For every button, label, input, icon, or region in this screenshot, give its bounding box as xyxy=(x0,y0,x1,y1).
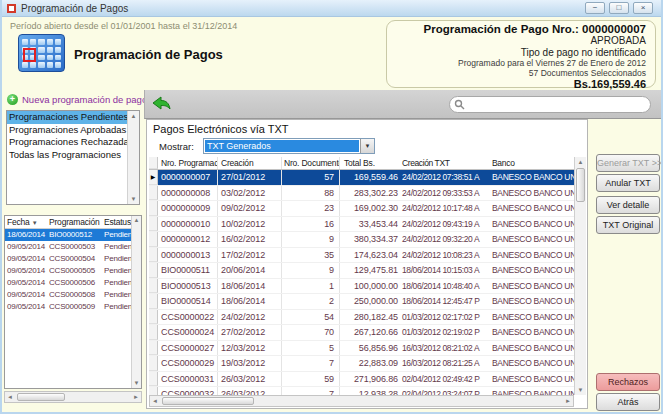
cell-nro-documentos: 5 xyxy=(282,341,340,356)
cell: Pendiente xyxy=(104,301,131,313)
scrollbar-thumb[interactable] xyxy=(576,168,585,202)
scrollbar-thumb[interactable] xyxy=(17,393,65,401)
row-selector xyxy=(149,356,158,371)
red-highlight-cell xyxy=(23,48,36,62)
sidebar-table-row[interactable]: 09/05/2014CCS0000509Pendiente xyxy=(5,301,131,313)
cell: Pendiente xyxy=(104,289,131,301)
sidebar-table-row[interactable]: 09/05/2014CCS0000506Pendiente xyxy=(5,277,131,289)
grid-hscrollbar[interactable]: ◄ ► xyxy=(149,395,574,407)
sidebar-filter-item[interactable]: Programaciones Pendientes xyxy=(7,111,127,124)
grid-header: Nro. Programación Creación Nro. Document… xyxy=(149,157,574,170)
table-row[interactable]: 000000001010/02/20121633,453.4424/02/201… xyxy=(149,217,574,233)
table-row[interactable]: BIO000051120/06/20149129,475.8118/06/201… xyxy=(149,263,574,279)
search-icon xyxy=(454,99,465,110)
table-row[interactable]: CCS000002224/02/201254280,182.4501/03/20… xyxy=(149,310,574,326)
column-fecha[interactable]: Fecha▼ xyxy=(5,216,49,228)
atras-button[interactable]: Atrás xyxy=(596,393,660,411)
column-banco[interactable]: Banco xyxy=(492,157,574,169)
scroll-up-icon[interactable]: ▲ xyxy=(128,111,139,121)
row-selector xyxy=(149,372,158,387)
cell-total-bs: 169,559.46 xyxy=(340,170,400,185)
mostrar-dropdown[interactable]: TXT Generados ▼ xyxy=(203,138,375,154)
table-row[interactable]: CCS000002712/03/2012556,856.9616/03/2012… xyxy=(149,341,574,357)
cell-nro-programacion: CCS0000027 xyxy=(158,341,218,356)
cell-creacion: 18/06/2014 xyxy=(218,294,282,309)
sidebar-filter-item[interactable]: Programaciones Rechazadas xyxy=(7,136,127,149)
cell-nro-documentos: 16 xyxy=(282,217,340,232)
cell-nro-documentos: 70 xyxy=(282,325,340,340)
generar-txt-button[interactable]: Generar TXT >> xyxy=(596,154,660,172)
cell: 09/05/2014 xyxy=(5,265,49,277)
row-selector xyxy=(149,217,158,232)
cell-total-bs: 169,002.30 xyxy=(340,201,400,216)
sidebar-table-vscrollbar[interactable]: ▲ ▼ xyxy=(131,216,141,388)
sidebar-table-row[interactable]: 09/05/2014CCS0000503Pendiente xyxy=(5,241,131,253)
sidebar-table-row[interactable]: 09/05/2014CCS0000508Pendiente xyxy=(5,289,131,301)
mostrar-label: Mostrar: xyxy=(159,141,194,152)
filter-list-scrollbar[interactable]: ▲ ▼ xyxy=(127,111,139,204)
sidebar-table-row[interactable]: 18/06/2014BIO0000512Pendiente xyxy=(5,229,131,241)
table-row[interactable]: BIO000051318/06/20141100,000.0018/06/201… xyxy=(149,279,574,295)
search-input[interactable] xyxy=(465,99,646,111)
anular-txt-button[interactable]: Anular TXT xyxy=(596,174,660,192)
cell: 09/05/2014 xyxy=(5,253,49,265)
table-row[interactable]: ▶000000000727/01/201257169,559.4624/02/2… xyxy=(149,170,574,186)
scroll-down-icon[interactable]: ▼ xyxy=(132,379,141,388)
cell-nro-programacion: BIO0000511 xyxy=(158,263,218,278)
minimize-button-icon[interactable]: − xyxy=(585,2,605,14)
column-nro-documentos[interactable]: Nro. Documentos xyxy=(282,157,340,169)
cell: CCS0000503 xyxy=(49,241,104,253)
table-row[interactable]: 000000001216/02/20129380,334.3724/02/201… xyxy=(149,232,574,248)
scroll-left-icon[interactable]: ◄ xyxy=(5,392,15,402)
txt-original-button[interactable]: TXT Original xyxy=(596,216,660,234)
cell-creacion-txt: 02/04/2012 03:24:07 P xyxy=(400,387,492,395)
window-title: Programación de Pagos xyxy=(21,3,128,14)
column-total-bs[interactable]: Total Bs. xyxy=(340,157,400,169)
scroll-right-icon[interactable]: ► xyxy=(563,396,573,406)
table-row[interactable]: 000000000803/02/201288283,302.2324/02/20… xyxy=(149,186,574,202)
table-row[interactable]: CCS000002427/02/201270267,120.6601/03/20… xyxy=(149,325,574,341)
chevron-down-icon[interactable]: ▼ xyxy=(360,139,374,153)
info-payment-type: Tipo de pago no identificado xyxy=(396,47,646,59)
filter-listbox: Programaciones PendientesProgramaciones … xyxy=(6,110,140,205)
scroll-right-icon[interactable]: ► xyxy=(131,392,141,402)
scroll-up-icon[interactable]: ▲ xyxy=(575,157,586,167)
table-row[interactable]: CCS000002919/03/2012722,883.0916/03/2012… xyxy=(149,356,574,372)
new-programacion-link[interactable]: + Nueva programación de pago xyxy=(7,94,147,105)
sidebar-table-hscrollbar[interactable]: ◄ ► xyxy=(4,391,142,403)
row-selector xyxy=(149,232,158,247)
ver-detalle-button[interactable]: Ver detalle xyxy=(596,196,660,214)
rechazos-button[interactable]: Rechazos xyxy=(596,373,660,391)
plus-icon: + xyxy=(7,94,18,105)
grid-vscrollbar[interactable]: ▲ ▼ xyxy=(574,157,586,395)
table-row[interactable]: CCS000003126/03/201259271,906.8602/04/20… xyxy=(149,372,574,388)
cell-nro-documentos: 7 xyxy=(282,356,340,371)
table-row[interactable]: BIO000051418/06/20142250,000.0018/06/201… xyxy=(149,294,574,310)
close-button-icon[interactable]: × xyxy=(633,2,653,14)
cell-banco: BANESCO BANCO UNIVER xyxy=(492,341,574,356)
maximize-button-icon[interactable]: □ xyxy=(609,2,629,14)
cell: CCS0000508 xyxy=(49,289,104,301)
scroll-down-icon[interactable]: ▼ xyxy=(128,194,139,204)
scroll-up-icon[interactable]: ▲ xyxy=(132,216,141,225)
cell-creacion: 18/06/2014 xyxy=(218,279,282,294)
table-row[interactable]: CCS000003226/03/2012712,938.2802/04/2012… xyxy=(149,387,574,395)
column-creacion-txt[interactable]: Creación TXT xyxy=(400,157,492,169)
cell-creacion-txt: 24/02/2012 09:33:53 A xyxy=(400,186,492,201)
sidebar-table-row[interactable]: 09/05/2014CCS0000504Pendiente xyxy=(5,253,131,265)
scroll-down-icon[interactable]: ▼ xyxy=(575,385,586,395)
scroll-left-icon[interactable]: ◄ xyxy=(150,396,160,406)
cell-total-bs: 33,453.44 xyxy=(340,217,400,232)
column-nro-programacion[interactable]: Nro. Programación xyxy=(158,157,218,169)
table-row[interactable]: 000000001317/02/201235174,623.0424/02/20… xyxy=(149,248,574,264)
column-creacion[interactable]: Creación xyxy=(218,157,282,169)
scrollbar-thumb[interactable] xyxy=(162,397,254,405)
sidebar-filter-item[interactable]: Programaciones Aprobadas xyxy=(7,124,127,137)
page-title: Programación de Pagos xyxy=(74,47,223,62)
cell: BIO0000512 xyxy=(49,229,104,241)
back-arrow-icon[interactable] xyxy=(152,96,172,116)
table-row[interactable]: 000000000909/02/201223169,002.3024/02/20… xyxy=(149,201,574,217)
cell-nro-documentos: 7 xyxy=(282,387,340,395)
sidebar-table-row[interactable]: 09/05/2014CCS0000505Pendiente xyxy=(5,265,131,277)
sidebar-filter-item[interactable]: Todas las Programaciones xyxy=(7,149,127,162)
